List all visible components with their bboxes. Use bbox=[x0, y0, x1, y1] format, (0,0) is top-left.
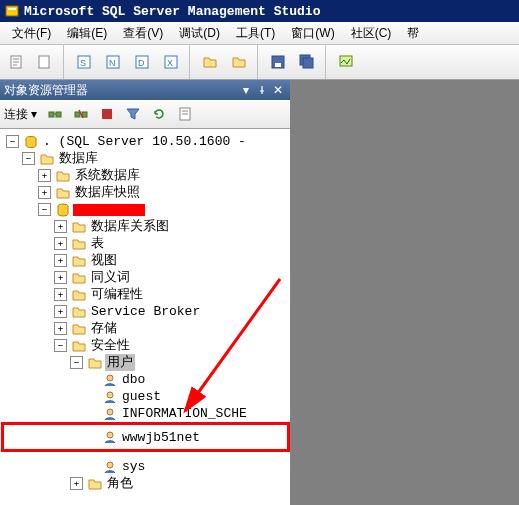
expander-icon[interactable]: − bbox=[38, 203, 51, 216]
menu-edit[interactable]: 编辑(E) bbox=[59, 23, 115, 44]
tree-db-snapshots[interactable]: + 数据库快照 bbox=[4, 184, 290, 201]
tree-tables[interactable]: + 表 bbox=[4, 235, 290, 252]
svg-point-25 bbox=[107, 375, 113, 381]
user-icon bbox=[102, 389, 118, 405]
svg-rect-3 bbox=[39, 56, 49, 68]
expander-icon[interactable]: + bbox=[54, 237, 67, 250]
tree-storage[interactable]: + 存储 bbox=[4, 320, 290, 337]
expander-icon[interactable]: + bbox=[54, 322, 67, 335]
svg-rect-17 bbox=[49, 112, 54, 117]
titlebar: Microsoft SQL Server Management Studio bbox=[0, 0, 519, 22]
expander-icon[interactable]: + bbox=[38, 186, 51, 199]
tree-users[interactable]: − 用户 bbox=[4, 354, 290, 371]
tree-roles[interactable]: + 角色 bbox=[4, 475, 290, 492]
svg-rect-0 bbox=[6, 6, 18, 16]
open-file-button[interactable] bbox=[196, 48, 224, 76]
svg-text:S: S bbox=[80, 58, 86, 68]
menu-debug[interactable]: 调试(D) bbox=[171, 23, 228, 44]
tree-service-broker[interactable]: + Service Broker bbox=[4, 303, 290, 320]
panel-toolbar: 连接 ▾ bbox=[0, 100, 290, 129]
menu-view[interactable]: 查看(V) bbox=[115, 23, 171, 44]
tree-synonyms[interactable]: + 同义词 bbox=[4, 269, 290, 286]
tree-views[interactable]: + 视图 bbox=[4, 252, 290, 269]
refresh-button[interactable] bbox=[147, 102, 171, 126]
tree-sys-databases[interactable]: + 系统数据库 bbox=[4, 167, 290, 184]
user-icon bbox=[102, 372, 118, 388]
tree-db-diagrams[interactable]: + 数据库关系图 bbox=[4, 218, 290, 235]
script-btn-4[interactable]: X bbox=[157, 48, 185, 76]
folder-icon bbox=[71, 236, 87, 252]
tree-server-root[interactable]: − . (SQL Server 10.50.1600 - bbox=[4, 133, 290, 150]
expander-icon[interactable]: − bbox=[6, 135, 19, 148]
tree-user-guest[interactable]: guest bbox=[4, 388, 290, 405]
menu-help[interactable]: 帮 bbox=[399, 23, 427, 44]
menu-window[interactable]: 窗口(W) bbox=[283, 23, 342, 44]
new-button[interactable] bbox=[31, 48, 59, 76]
tree-databases[interactable]: − 数据库 bbox=[4, 150, 290, 167]
expander-icon[interactable]: + bbox=[70, 477, 83, 490]
expander-icon[interactable]: + bbox=[54, 305, 67, 318]
disconnect-button[interactable] bbox=[69, 102, 93, 126]
object-explorer-panel: 对象资源管理器 ▾ ✕ 连接 ▾ − bbox=[0, 80, 291, 505]
new-query-button[interactable] bbox=[4, 48, 30, 76]
svg-point-29 bbox=[107, 462, 113, 468]
user-icon bbox=[102, 406, 118, 422]
save-all-button[interactable] bbox=[293, 48, 321, 76]
folder-icon bbox=[71, 338, 87, 354]
svg-point-28 bbox=[107, 432, 113, 438]
expander-icon[interactable]: + bbox=[54, 254, 67, 267]
tree-security[interactable]: − 安全性 bbox=[4, 337, 290, 354]
tree-user-sys[interactable]: sys bbox=[4, 458, 290, 475]
script-btn-1[interactable]: S bbox=[70, 48, 98, 76]
folder-icon bbox=[71, 304, 87, 320]
script-button[interactable] bbox=[173, 102, 197, 126]
open-project-button[interactable] bbox=[225, 48, 253, 76]
tree-user-wwwjb51net[interactable]: wwwjb51net bbox=[1, 422, 290, 452]
script-btn-3[interactable]: D bbox=[128, 48, 156, 76]
tree-programmability[interactable]: + 可编程性 bbox=[4, 286, 290, 303]
folder-icon bbox=[71, 253, 87, 269]
tree-user-dbo[interactable]: dbo bbox=[4, 371, 290, 388]
svg-rect-16 bbox=[340, 56, 352, 66]
folder-icon bbox=[87, 355, 103, 371]
stop-button[interactable] bbox=[95, 102, 119, 126]
expander-icon[interactable]: − bbox=[22, 152, 35, 165]
svg-rect-1 bbox=[8, 8, 16, 10]
panel-menu-icon[interactable]: ▾ bbox=[238, 82, 254, 98]
expander-icon[interactable]: + bbox=[54, 288, 67, 301]
expander-icon[interactable]: + bbox=[54, 271, 67, 284]
app-icon bbox=[4, 3, 20, 19]
menubar: 文件(F) 编辑(E) 查看(V) 调试(D) 工具(T) 窗口(W) 社区(C… bbox=[0, 22, 519, 45]
filter-button[interactable] bbox=[121, 102, 145, 126]
expander-icon[interactable]: + bbox=[38, 169, 51, 182]
svg-rect-18 bbox=[56, 112, 61, 117]
folder-icon bbox=[55, 168, 71, 184]
pin-icon[interactable] bbox=[254, 82, 270, 98]
script-btn-2[interactable]: N bbox=[99, 48, 127, 76]
mdi-area bbox=[291, 80, 519, 505]
folder-icon bbox=[71, 219, 87, 235]
tree-view[interactable]: − . (SQL Server 10.50.1600 - − 数据库 + 系统数… bbox=[0, 129, 290, 505]
folder-icon bbox=[87, 476, 103, 492]
svg-rect-19 bbox=[75, 112, 80, 117]
activity-monitor-button[interactable] bbox=[332, 48, 360, 76]
folder-icon bbox=[39, 151, 55, 167]
tree-user-information-schema[interactable]: INFORMATION_SCHE bbox=[4, 405, 290, 422]
connect-button[interactable] bbox=[43, 102, 67, 126]
svg-text:N: N bbox=[109, 58, 116, 68]
menu-file[interactable]: 文件(F) bbox=[4, 23, 59, 44]
user-icon bbox=[102, 459, 118, 475]
save-button[interactable] bbox=[264, 48, 292, 76]
expander-icon[interactable]: − bbox=[54, 339, 67, 352]
database-icon bbox=[55, 202, 71, 218]
folder-icon bbox=[71, 321, 87, 337]
expander-icon[interactable]: − bbox=[70, 356, 83, 369]
tree-custom-db[interactable]: − bbox=[4, 201, 290, 218]
close-icon[interactable]: ✕ bbox=[270, 82, 286, 98]
user-icon bbox=[102, 429, 118, 445]
menu-tools[interactable]: 工具(T) bbox=[228, 23, 283, 44]
expander-icon[interactable]: + bbox=[54, 220, 67, 233]
menu-community[interactable]: 社区(C) bbox=[343, 23, 400, 44]
connect-label[interactable]: 连接 ▾ bbox=[4, 106, 41, 123]
svg-point-27 bbox=[107, 409, 113, 415]
